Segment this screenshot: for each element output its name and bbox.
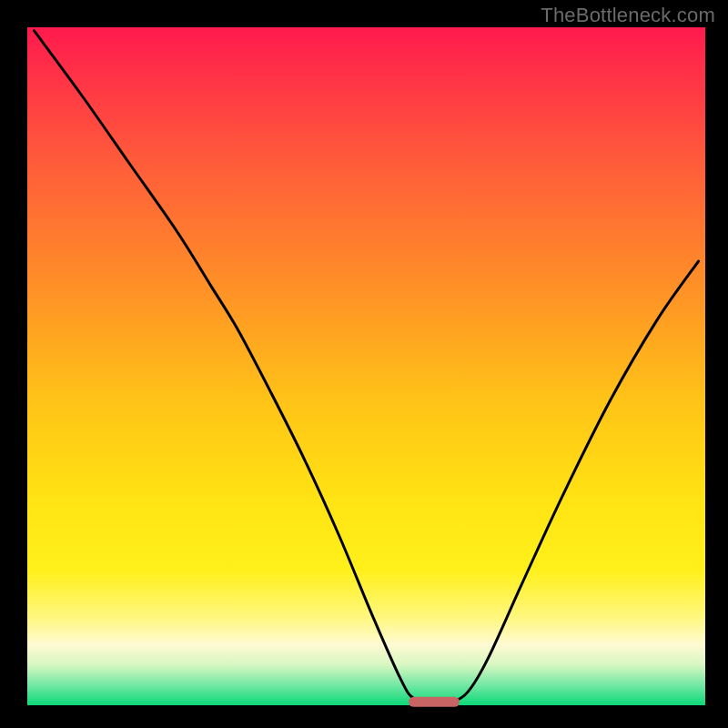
watermark-text: TheBottleneck.com [541, 4, 715, 27]
chart-container: TheBottleneck.com [0, 0, 728, 728]
optimal-marker [409, 697, 460, 707]
bottleneck-chart [0, 0, 728, 728]
